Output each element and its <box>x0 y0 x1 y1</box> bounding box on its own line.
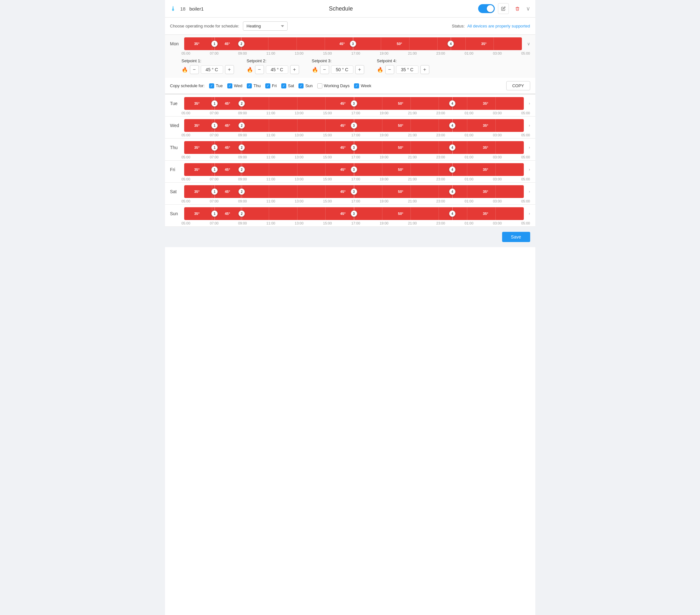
setpoint-2-minus[interactable]: − <box>255 65 264 74</box>
thu-handle-1[interactable]: 1 <box>211 144 218 151</box>
tick <box>184 163 213 176</box>
tick <box>184 207 213 220</box>
fri-schedule-bar[interactable]: 35° 45° 45° 50° 35° 1 2 3 4 <box>184 163 524 176</box>
setpoint-4-plus[interactable]: + <box>421 65 429 74</box>
save-button[interactable]: Save <box>502 232 530 242</box>
setpoint-2-plus[interactable]: + <box>290 65 299 74</box>
setpoint-4-minus[interactable]: − <box>385 65 394 74</box>
tue-handle-4[interactable]: 4 <box>449 100 455 107</box>
copy-day-tue[interactable]: ✓ Tue <box>209 83 223 88</box>
time-label: 09:00 <box>238 133 247 137</box>
wed-handle-2[interactable]: 2 <box>238 122 245 129</box>
copy-button[interactable]: COPY <box>506 81 530 90</box>
mon-handle-2[interactable]: 2 <box>238 40 245 47</box>
sun-schedule-bar[interactable]: 35° 45° 45° 50° 35° 1 2 3 4 <box>184 207 524 220</box>
time-label: 21:00 <box>408 177 417 181</box>
thu-day-flex: Thu 35° 45° 45° 50° 35° 1 2 <box>170 141 530 154</box>
copy-day-label-fri: Fri <box>272 83 277 88</box>
fri-schedule-bar-container[interactable]: 35° 45° 45° 50° 35° 1 2 3 4 <box>184 163 524 176</box>
sun-handle-4[interactable]: 4 <box>449 210 455 217</box>
copy-day-week[interactable]: ✓ Week <box>354 83 371 88</box>
sat-chevron-icon[interactable]: › <box>529 189 530 194</box>
mon-handle-1[interactable]: 1 <box>211 40 218 47</box>
mon-handle-3[interactable]: 3 <box>350 40 356 47</box>
setpoint-group-3: Setpoint 3: 🔥 − 50 ° C + <box>312 59 364 74</box>
copy-day-working[interactable]: Working Days <box>317 83 350 88</box>
mon-handle-4[interactable]: 4 <box>448 40 454 47</box>
fri-handle-4[interactable]: 4 <box>449 167 455 173</box>
sat-handle-4[interactable]: 4 <box>449 188 455 195</box>
copy-checkbox-fri[interactable]: ✓ <box>265 83 270 88</box>
copy-day-wed[interactable]: ✓ Wed <box>227 83 242 88</box>
sun-handle-1[interactable]: 1 <box>211 210 218 217</box>
thu-chevron-icon[interactable]: › <box>529 145 530 150</box>
wed-schedule-bar-container[interactable]: 35° 45° 45° 50° 35° 1 2 3 4 <box>184 119 524 132</box>
sat-schedule-bar[interactable]: 35° 45° 45° 50° 35° 1 2 3 4 <box>184 185 524 198</box>
copy-checkbox-week[interactable]: ✓ <box>354 83 359 88</box>
wed-handle-3[interactable]: 3 <box>351 122 357 129</box>
thu-schedule-bar[interactable]: 35° 45° 45° 50° 35° 1 2 3 4 <box>184 141 524 154</box>
copy-checkbox-tue[interactable]: ✓ <box>209 83 214 88</box>
tick <box>496 141 524 154</box>
fri-handle-3[interactable]: 3 <box>351 167 357 173</box>
tue-chevron-icon[interactable]: › <box>529 101 530 106</box>
fri-chevron-icon[interactable]: › <box>529 167 530 172</box>
tue-handle-1[interactable]: 1 <box>211 100 218 107</box>
wed-handle-1[interactable]: 1 <box>211 122 218 129</box>
sun-handle-2[interactable]: 2 <box>238 210 245 217</box>
delete-button[interactable] <box>512 3 523 14</box>
mon-schedule-bar-container[interactable]: 35° 45° 45° 50° 35° 1 2 3 <box>184 37 522 50</box>
sat-schedule-bar-container[interactable]: 35° 45° 45° 50° 35° 1 2 3 4 <box>184 185 524 198</box>
tick <box>383 119 411 132</box>
setpoint-3-minus[interactable]: − <box>320 65 329 74</box>
sun-schedule-bar-container[interactable]: 35° 45° 45° 50° 35° 1 2 3 4 <box>184 207 524 220</box>
thu-schedule-bar-container[interactable]: 35° 45° 45° 50° 35° 1 2 3 4 <box>184 141 524 154</box>
fri-handle-1[interactable]: 1 <box>211 167 218 173</box>
copy-checkbox-thu[interactable]: ✓ <box>247 83 252 88</box>
flame-icon-3: 🔥 <box>312 67 318 73</box>
tue-handle-2[interactable]: 2 <box>238 100 245 107</box>
thu-handle-3[interactable]: 3 <box>351 144 357 151</box>
sat-handle-3[interactable]: 3 <box>351 188 357 195</box>
tick <box>496 207 524 220</box>
mon-chevron-icon[interactable]: ∨ <box>527 41 530 46</box>
copy-checkbox-wed[interactable]: ✓ <box>227 83 233 88</box>
copy-checkbox-sat[interactable]: ✓ <box>281 83 286 88</box>
wed-handle-4[interactable]: 4 <box>449 122 455 129</box>
tue-handle-3[interactable]: 3 <box>351 100 357 107</box>
time-label: 13:00 <box>295 111 303 115</box>
sat-time-axis: 05:0007:0009:0011:0013:0015:0017:0019:00… <box>165 198 535 204</box>
copy-day-sat[interactable]: ✓ Sat <box>281 83 294 88</box>
tue-schedule-bar[interactable]: 35° 45° 45° 50° 35° 1 2 3 4 <box>184 97 524 110</box>
sat-handle-2[interactable]: 2 <box>238 188 245 195</box>
fri-handle-2[interactable]: 2 <box>238 167 245 173</box>
schedule-toggle[interactable] <box>478 4 495 13</box>
setpoint-3-plus[interactable]: + <box>355 65 364 74</box>
mon-schedule-bar[interactable]: 35° 45° 45° 50° 35° 1 2 3 <box>184 37 522 50</box>
tick <box>326 119 354 132</box>
sat-handle-1[interactable]: 1 <box>211 188 218 195</box>
time-label: 19:00 <box>379 221 388 225</box>
copy-day-thu[interactable]: ✓ Thu <box>247 83 261 88</box>
header-chevron-icon[interactable]: ∨ <box>526 5 530 12</box>
time-label: 07:00 <box>210 111 218 115</box>
setpoint-group-2: Setpoint 2: 🔥 − 45 ° C + <box>247 59 299 74</box>
wed-schedule-bar[interactable]: 35° 45° 45° 50° 35° 1 2 3 4 <box>184 119 524 132</box>
edit-button[interactable] <box>498 3 509 14</box>
time-label: 01:00 <box>465 133 474 137</box>
tue-schedule-bar-container[interactable]: 35° 45° 45° 50° 35° 1 2 3 4 <box>184 97 524 110</box>
copy-checkbox-working[interactable] <box>317 83 322 88</box>
thu-handle-2[interactable]: 2 <box>238 144 245 151</box>
operating-mode-select[interactable]: Heating Cooling Auto <box>243 21 288 30</box>
setpoint-1-title: Setpoint 1: <box>182 59 234 63</box>
setpoint-1-minus[interactable]: − <box>190 65 199 74</box>
setpoint-1-plus[interactable]: + <box>225 65 234 74</box>
sun-handle-3[interactable]: 3 <box>351 210 357 217</box>
thu-handle-4[interactable]: 4 <box>449 144 455 151</box>
wed-chevron-icon[interactable]: › <box>529 123 530 128</box>
copy-checkbox-sun[interactable]: ✓ <box>298 83 303 88</box>
copy-day-fri[interactable]: ✓ Fri <box>265 83 277 88</box>
copy-day-label-thu: Thu <box>253 83 261 88</box>
sun-chevron-icon[interactable]: › <box>529 211 530 216</box>
copy-day-sun[interactable]: ✓ Sun <box>298 83 312 88</box>
